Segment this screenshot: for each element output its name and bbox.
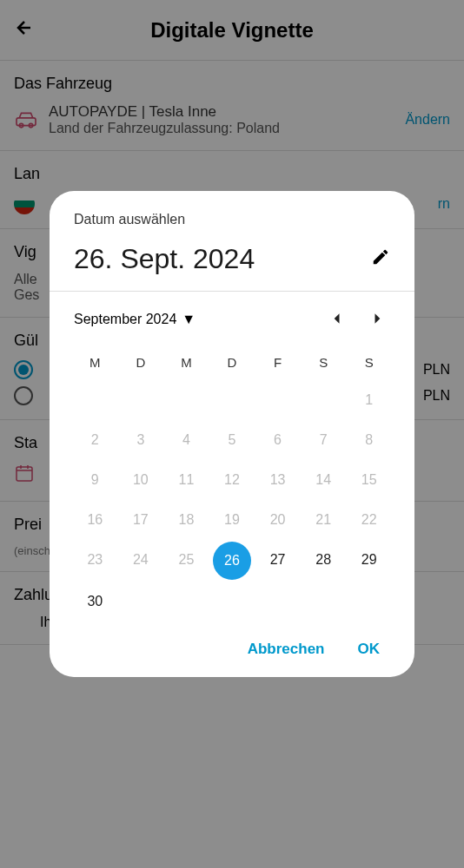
calendar-day-selected[interactable]: 26 <box>213 542 251 580</box>
calendar-day: 8 <box>348 422 390 458</box>
next-month-icon[interactable] <box>366 306 390 332</box>
date-picker-dialog: Datum auswählen 26. Sept. 2024 September… <box>50 191 414 677</box>
edit-date-icon[interactable] <box>371 247 390 271</box>
calendar-day: 25 <box>165 542 208 580</box>
calendar-day[interactable]: 27 <box>256 542 299 580</box>
calendar-day[interactable]: 29 <box>348 542 390 580</box>
dropdown-icon: ▼ <box>182 312 196 327</box>
selected-date-display: 26. Sept. 2024 <box>74 243 255 275</box>
prev-month-icon[interactable] <box>324 306 348 332</box>
calendar-day: 17 <box>120 502 162 538</box>
calendar-day: 10 <box>120 462 162 498</box>
calendar-day: 13 <box>256 462 299 498</box>
calendar-day: 5 <box>211 422 254 458</box>
calendar-grid: MDMDFSS123456789101112131415161718192021… <box>74 346 390 620</box>
calendar-day: 21 <box>302 502 345 538</box>
calendar-day[interactable]: 30 <box>74 583 116 620</box>
calendar-day: 14 <box>302 462 345 498</box>
weekday-header: S <box>302 346 345 378</box>
calendar-day: 9 <box>74 462 116 498</box>
calendar-day: 18 <box>165 502 208 538</box>
weekday-header: M <box>165 346 208 378</box>
calendar-day: 7 <box>302 422 345 458</box>
weekday-header: F <box>256 346 299 378</box>
weekday-header: D <box>211 346 254 378</box>
cancel-button[interactable]: Abbrechen <box>244 634 328 665</box>
calendar-day: 12 <box>211 462 254 498</box>
month-navigation: September 2024 ▼ <box>74 306 390 332</box>
calendar-day: 23 <box>74 542 116 580</box>
calendar-day: 2 <box>74 422 116 458</box>
calendar-day: 20 <box>256 502 299 538</box>
datepicker-header: 26. Sept. 2024 <box>74 243 390 275</box>
weekday-header: D <box>120 346 162 378</box>
calendar-day: 15 <box>348 462 390 498</box>
calendar-day[interactable]: 28 <box>302 542 345 580</box>
modal-overlay[interactable]: Datum auswählen 26. Sept. 2024 September… <box>0 0 464 868</box>
calendar-day: 11 <box>165 462 208 498</box>
calendar-day: 6 <box>256 422 299 458</box>
calendar-day: 3 <box>120 422 162 458</box>
month-label: September 2024 <box>74 312 176 327</box>
calendar-day: 1 <box>348 382 390 418</box>
divider <box>50 291 414 292</box>
weekday-header: M <box>74 346 116 378</box>
calendar-day: 22 <box>348 502 390 538</box>
calendar-day: 19 <box>211 502 254 538</box>
calendar-day: 24 <box>120 542 162 580</box>
ok-button[interactable]: OK <box>355 634 384 665</box>
datepicker-label: Datum auswählen <box>74 212 390 227</box>
calendar-day: 4 <box>165 422 208 458</box>
calendar-day: 16 <box>74 502 116 538</box>
weekday-header: S <box>348 346 390 378</box>
datepicker-actions: Abbrechen OK <box>74 634 390 665</box>
month-year-selector[interactable]: September 2024 ▼ <box>74 312 196 327</box>
